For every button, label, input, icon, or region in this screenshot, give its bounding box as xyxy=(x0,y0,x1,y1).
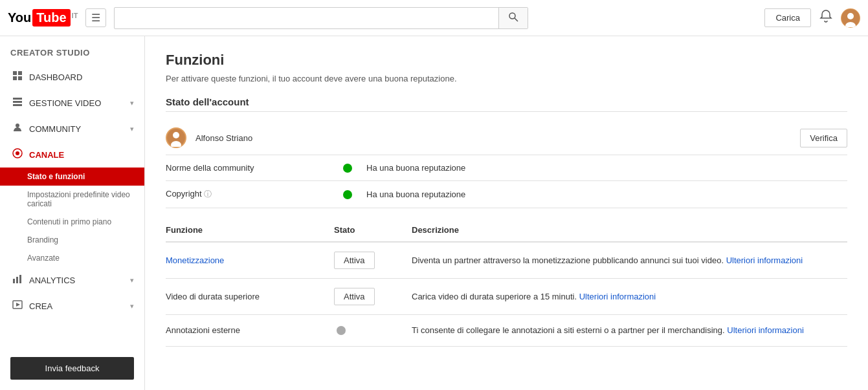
gestione-video-icon xyxy=(12,96,23,109)
account-avatar xyxy=(166,127,186,148)
svg-rect-9 xyxy=(13,98,22,100)
func-row-video-durata: Video di durata superiore Attiva Carica … xyxy=(166,279,847,315)
chevron-down-icon: ▾ xyxy=(130,276,134,285)
page-subtitle: Per attivare queste funzioni, il tuo acc… xyxy=(166,74,847,83)
func-row-monetizzazione: Monetizzazione Attiva Diventa un partner… xyxy=(166,243,847,279)
svg-rect-5 xyxy=(13,71,17,75)
feedback-button[interactable]: Invia feedback xyxy=(10,357,134,380)
menu-button[interactable]: ☰ xyxy=(85,8,106,27)
logo-you: You xyxy=(8,10,31,25)
svg-point-12 xyxy=(16,124,19,127)
attiva-button-video-durata[interactable]: Attiva xyxy=(334,288,375,305)
status-value-copyright: Ha una buona reputazione xyxy=(366,190,465,199)
svg-line-1 xyxy=(515,18,518,21)
svg-point-0 xyxy=(509,13,515,19)
account-name: Alfonso Striano xyxy=(195,133,791,143)
chevron-down-icon: ▾ xyxy=(130,302,134,310)
logo-it: IT xyxy=(72,12,78,19)
sidebar-sub-menu: Stato e funzioni Impostazioni predefinit… xyxy=(0,168,144,267)
func-name-video-durata: Video di durata superiore xyxy=(166,292,334,301)
topnav-right: Carica xyxy=(764,8,860,28)
func-table-header: Funzione Stato Descrizione xyxy=(166,219,847,243)
col-stato: Stato xyxy=(334,225,412,235)
sidebar: CREATOR STUDIO DASHBOARD GESTIONE VIDEO … xyxy=(0,36,145,390)
sidebar-item-analytics[interactable]: ANALYTICS ▾ xyxy=(0,267,144,293)
sidebar-item-community[interactable]: COMMUNITY ▾ xyxy=(0,116,144,142)
carica-button[interactable]: Carica xyxy=(764,8,811,27)
ulteriori-info-link-monetizzazione[interactable]: Ulteriori informazioni xyxy=(726,255,803,265)
status-dot-green xyxy=(343,164,352,173)
main-layout: CREATOR STUDIO DASHBOARD GESTIONE VIDEO … xyxy=(0,36,868,390)
dashboard-icon xyxy=(12,70,23,83)
func-desc-monetizzazione: Diventa un partner attraverso la monetiz… xyxy=(412,254,847,267)
ulteriori-info-link-video-durata[interactable]: Ulteriori informazioni xyxy=(579,292,656,301)
sidebar-sub-branding[interactable]: Branding xyxy=(27,231,144,249)
top-navigation: YouTubeIT ☰ Carica xyxy=(0,0,868,36)
func-row-annotazioni: Annotazioni esterne Ti consente di colle… xyxy=(166,315,847,347)
sidebar-item-label: CREA xyxy=(29,301,52,311)
bell-icon[interactable] xyxy=(819,9,833,27)
func-name-annotazioni: Annotazioni esterne xyxy=(166,325,334,335)
svg-rect-6 xyxy=(18,71,22,75)
sidebar-sub-contenuti[interactable]: Contenuti in primo piano xyxy=(27,213,144,231)
attiva-button-monetizzazione[interactable]: Attiva xyxy=(334,252,375,269)
youtube-logo[interactable]: YouTubeIT xyxy=(8,9,78,27)
sidebar-sub-avanzate[interactable]: Avanzate xyxy=(27,249,144,267)
canale-icon xyxy=(12,148,23,161)
chevron-down-icon: ▾ xyxy=(130,125,134,133)
sidebar-item-label: GESTIONE VIDEO xyxy=(29,98,101,108)
community-icon xyxy=(12,122,23,135)
sidebar-sub-impostazioni[interactable]: Impostazioni predefinite video caricati xyxy=(27,186,144,213)
search-input[interactable] xyxy=(115,9,498,27)
func-name-monetizzazione: Monetizzazione xyxy=(166,255,334,265)
svg-rect-7 xyxy=(13,76,17,80)
sidebar-title: CREATOR STUDIO xyxy=(0,36,144,64)
func-desc-video-durata: Carica video di durata superiore a 15 mi… xyxy=(412,290,847,303)
sidebar-item-crea[interactable]: CREA ▾ xyxy=(0,293,144,319)
account-section-title: Stato dell'account xyxy=(166,96,847,112)
status-row-copyright: Copyright ⓘ Ha una buona reputazione xyxy=(166,181,847,208)
status-label-norme: Norme della community xyxy=(166,163,334,173)
page-title: Funzioni xyxy=(166,52,847,69)
svg-rect-17 xyxy=(19,275,21,283)
search-button[interactable] xyxy=(498,8,528,28)
svg-rect-16 xyxy=(16,277,18,283)
search-bar xyxy=(114,7,528,29)
func-desc-annotazioni: Ti consente di collegare le annotazioni … xyxy=(412,324,847,337)
sidebar-item-label: ANALYTICS xyxy=(29,276,75,285)
svg-rect-10 xyxy=(13,101,22,103)
sidebar-item-label: COMMUNITY xyxy=(29,124,81,134)
func-stato-annotazioni xyxy=(334,326,412,335)
col-funzione: Funzione xyxy=(166,225,334,235)
svg-point-3 xyxy=(847,13,854,19)
main-content: Funzioni Per attivare queste funzioni, i… xyxy=(145,36,868,390)
func-stato-video-durata: Attiva xyxy=(334,288,412,305)
status-row-norme: Norme della community Ha una buona reput… xyxy=(166,155,847,181)
sidebar-item-dashboard[interactable]: DASHBOARD xyxy=(0,64,144,90)
sidebar-item-label: DASHBOARD xyxy=(29,72,82,82)
svg-point-14 xyxy=(16,151,19,155)
search-icon xyxy=(508,12,518,22)
svg-marker-19 xyxy=(16,303,20,307)
status-value-norme: Ha una buona reputazione xyxy=(366,163,465,173)
analytics-icon xyxy=(12,274,23,287)
help-icon[interactable]: ⓘ xyxy=(204,190,212,199)
chevron-down-icon: ▾ xyxy=(130,99,134,107)
sidebar-item-label: CANALE xyxy=(29,150,64,160)
status-dot-green xyxy=(343,190,352,199)
status-dot-gray xyxy=(337,326,346,335)
col-descrizione: Descrizione xyxy=(412,225,847,235)
sidebar-item-canale[interactable]: CANALE xyxy=(0,142,144,168)
account-row: Alfonso Striano Verifica xyxy=(166,121,847,155)
avatar[interactable] xyxy=(841,8,860,28)
svg-rect-8 xyxy=(18,76,22,80)
svg-point-22 xyxy=(173,132,179,138)
sidebar-sub-stato-funzioni[interactable]: Stato e funzioni xyxy=(0,168,144,186)
verifica-button[interactable]: Verifica xyxy=(800,129,847,147)
ulteriori-info-link-annotazioni[interactable]: Ulteriori informazioni xyxy=(727,325,803,335)
svg-rect-15 xyxy=(13,279,15,283)
svg-rect-11 xyxy=(13,104,22,106)
sidebar-item-gestione-video[interactable]: GESTIONE VIDEO ▾ xyxy=(0,90,144,116)
func-stato-monetizzazione: Attiva xyxy=(334,252,412,269)
logo-tube: Tube xyxy=(32,9,70,27)
